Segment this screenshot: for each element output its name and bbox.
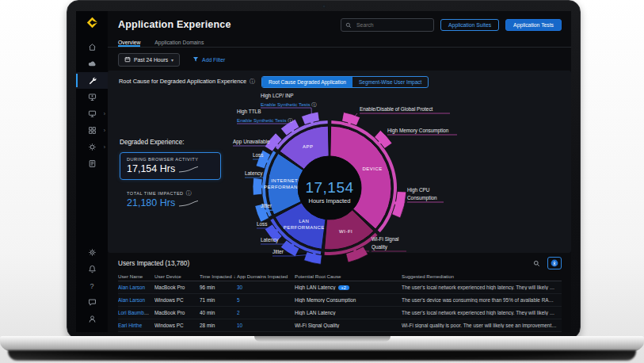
user-name-cell[interactable]: Alan Larson [118,297,154,303]
page-title: Application Experience [118,19,231,30]
degraded-experience-stats: Degraded Experience: DURING BROWSER ACTI… [120,139,221,208]
table-header-row: User Name User Device Time Impacted ↓ Ap… [118,271,562,281]
col-app-domains[interactable]: App Domains Impacted [237,273,295,279]
callout-dot [291,243,294,246]
app-domains-cell[interactable]: 30 [237,285,295,290]
time-impacted-cell: 96 min [200,285,237,290]
filter-funnel-icon [192,56,199,63]
callout-dot [275,229,278,232]
callout-link[interactable]: Enable Synthetic Tests ⓘ [237,117,293,123]
user-name-cell[interactable]: Lori Baumbach [118,310,154,315]
user-device-cell: Windows PC [154,323,200,328]
remediation-cell: The user's local network experienced hig… [402,285,562,290]
application-suites-button[interactable]: Application Suites [440,19,499,31]
table-row[interactable]: Lori BaumbachMacBook Pro40 min2High LAN … [118,307,562,319]
time-range-dropdown[interactable]: Past 24 Hours ▾ [118,53,180,67]
sidebar-item-diagnostics[interactable] [76,72,108,89]
app-domains-cell[interactable]: 10 [237,323,295,328]
help-icon: ? [90,282,93,290]
gear-outline-icon [88,140,97,155]
app-domains-link[interactable]: 10 [237,323,242,328]
time-impacted-cell: 71 min [200,297,237,303]
sidebar: › › › [76,11,108,332]
remediation-cell: The user's local network experienced hig… [402,310,562,315]
callout-label: High Memory Consumption [387,128,449,134]
user-name-link[interactable]: Earl Hirthe [118,323,142,328]
search-box[interactable] [341,18,434,32]
col-time-impacted[interactable]: Time Impacted ↓ [200,273,237,279]
chevron-right-icon: › [104,127,105,132]
add-filter-button[interactable]: Add Filter [192,56,225,63]
application-tests-button[interactable]: Application Tests [505,19,562,31]
col-user-name[interactable]: User Name [118,273,154,279]
report-icon [88,157,97,171]
segment-label: Wi-Fi [339,229,352,234]
col-root-cause[interactable]: Potential Root Cause [295,273,402,279]
user-name-link[interactable]: Lori Baumbach [118,310,152,315]
users-impacted-section: Users Impacted (13,780) User Name [108,253,571,332]
callout-label: High CPUConsumption [407,187,437,201]
callout-dot [265,159,269,162]
app-domains-cell[interactable]: 2 [237,310,295,315]
user-name-cell[interactable]: Earl Hirthe [118,323,154,328]
apps-grid-icon [88,124,97,138]
user-name-link[interactable]: Alan Larson [118,297,145,303]
table-row[interactable]: Alan LarsonWindows PC71 min5High Memory … [118,294,562,307]
segment-label: APP [303,144,314,149]
col-user-device[interactable]: User Device [154,273,200,279]
sidebar-item-devices[interactable]: › [76,105,108,122]
root-cause-sunburst-chart: APPApp UnavailableHigh TTLBEnable Synthe… [225,82,571,271]
sidebar-item-settings[interactable] [76,244,108,261]
callout-link[interactable]: Enable Synthetic Tests ⓘ [261,101,317,107]
root-cause-cell: High LAN Latency+2 [295,285,402,290]
info-icon[interactable]: ⓘ [186,190,192,196]
remediation-cell: Wi-Fi signal quality is poor. The user w… [402,323,562,328]
download-icon [551,256,558,270]
total-time-stat: TOTAL TIME IMPACTEDⓘ 21,180 Hrs [120,190,221,208]
time-impacted-cell: 28 min [200,323,237,328]
user-device-cell: MacBook Pro [154,285,200,290]
table-row[interactable]: Earl HirtheWindows PC28 min10Wi-Fi Signa… [118,319,562,332]
table-row[interactable]: Alan LarsonMacBook Pro96 min30High LAN L… [118,281,562,294]
total-time-label: TOTAL TIME IMPACTED [127,191,184,196]
app-domains-cell[interactable]: 5 [237,297,295,303]
laptop-screen: › › › [67,0,581,339]
root-cause-badge[interactable]: +2 [338,285,349,290]
app-domains-link[interactable]: 2 [237,310,240,315]
tab-application-domains[interactable]: Application Domains [154,40,204,47]
sidebar-item-endpoints[interactable] [76,89,108,105]
remediation-cell: The user's device was consuming more tha… [402,297,562,303]
col-remediation[interactable]: Suggested Remediation [402,273,562,279]
user-icon [88,312,97,327]
tab-overview[interactable]: Overview [118,40,140,47]
user-name-link[interactable]: Alan Larson [118,285,145,290]
sidebar-item-reports[interactable] [76,155,108,172]
chat-icon [88,296,97,310]
search-icon [345,17,352,32]
wrench-icon [88,74,97,88]
browser-activity-stat[interactable]: DURING BROWSER ACTIVITY 17,154 Hrs [120,152,221,180]
users-impacted-title: Users Impacted (13,780) [118,260,189,267]
app-domains-link[interactable]: 30 [237,285,242,290]
app-domains-link[interactable]: 5 [237,297,240,303]
user-device-cell: Windows PC [154,297,200,303]
user-name-cell[interactable]: Alan Larson [118,285,154,290]
table-body: Alan LarsonMacBook Pro96 min30High LAN L… [118,281,562,332]
root-cause-cell: High Memory Consumption [295,297,402,303]
sidebar-item-overview[interactable] [76,39,108,55]
sidebar-item-applications[interactable]: › [76,122,108,139]
callout-label: Loss [257,221,268,227]
browser-activity-value: 17,154 Hrs [127,163,175,174]
search-input[interactable] [355,21,429,29]
sidebar-item-automation[interactable]: › [76,139,108,155]
sidebar-item-monitoring[interactable] [76,55,108,72]
total-time-value: 21,180 Hrs [127,197,175,208]
sidebar-item-help[interactable]: ? [76,277,108,294]
sidebar-item-feedback[interactable] [76,294,108,311]
table-search-button[interactable] [530,258,543,269]
sidebar-item-alerts[interactable] [76,261,108,277]
callout-dot [348,121,351,124]
table-download-button[interactable] [547,257,562,269]
brand-logo-icon[interactable] [86,17,98,32]
sidebar-item-account[interactable] [76,311,108,327]
